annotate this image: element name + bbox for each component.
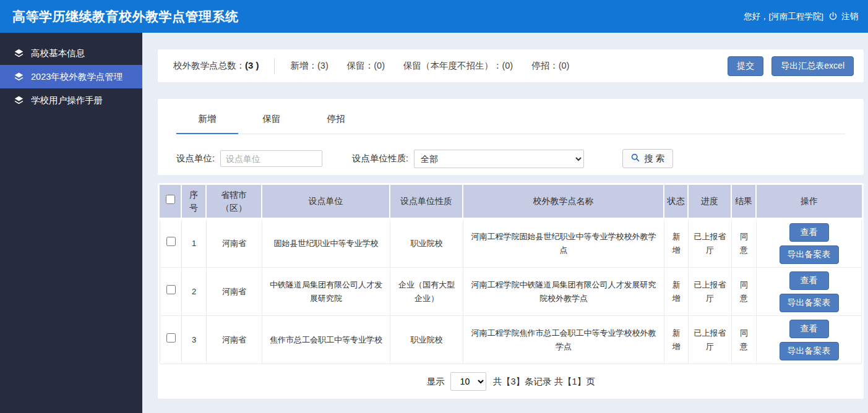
- header-index: 序 号: [182, 185, 207, 219]
- stat-retained: 保留：(0): [347, 60, 385, 72]
- stat-total-value: (3 ): [245, 60, 259, 70]
- cell-site-name: 河南工程学院焦作市总工会职工中等专业学校校外教学点: [463, 316, 664, 364]
- cell-result: 同意: [732, 268, 757, 316]
- header-result: 结果: [732, 185, 757, 219]
- header-nature: 设点单位性质: [390, 185, 463, 219]
- nature-select[interactable]: 全部: [414, 150, 584, 168]
- top-header: 高等学历继续教育校外教学点管理系统 您好，[河南工程学院] 注销: [0, 0, 868, 33]
- cell-progress: 已上报省厅: [689, 268, 732, 316]
- power-icon[interactable]: [828, 12, 838, 21]
- header-select-all: [160, 185, 182, 219]
- cell-nature: 企业（国有大型企业）: [390, 268, 463, 316]
- cell-progress: 已上报省厅: [689, 219, 732, 268]
- cell-checkbox: [160, 316, 182, 364]
- teaching-points-table: 序 号 省辖市 （区） 设点单位 设点单位性质 校外教学点名称 状态 进度 结果…: [160, 185, 862, 364]
- cell-city: 河南省: [207, 316, 262, 364]
- stat-retained-no-enrollment: 保留（本年度不招生）：(0): [403, 60, 513, 72]
- layers-icon: [14, 95, 24, 106]
- cell-status: 新增: [664, 219, 689, 268]
- cell-operation: 查看 导出备案表: [757, 219, 862, 268]
- cell-checkbox: [160, 219, 182, 268]
- submit-button[interactable]: 提交: [728, 56, 763, 76]
- pagination-summary: 共【3】条记录 共【1】页: [492, 376, 595, 388]
- header-status: 状态: [664, 185, 689, 219]
- export-summary-excel-button[interactable]: 导出汇总表excel: [771, 56, 854, 76]
- app-title: 高等学历继续教育校外教学点管理系统: [12, 8, 239, 25]
- nature-field-label: 设点单位性质:: [352, 153, 408, 164]
- cell-index: 1: [182, 219, 207, 268]
- sidebar-item-label: 2023年校外教学点管理: [31, 71, 122, 82]
- table-row: 3 河南省 焦作市总工会职工中等专业学校 职业院校 河南工程学院焦作市总工会职工…: [160, 316, 862, 364]
- cell-index: 3: [182, 316, 207, 364]
- cell-unit: 固始县世纪职业中等专业学校: [262, 219, 390, 268]
- cell-city: 河南省: [207, 219, 262, 268]
- export-record-button[interactable]: 导出备案表: [780, 342, 839, 360]
- cell-result: 同意: [732, 316, 757, 364]
- cell-checkbox: [160, 268, 182, 316]
- cell-result: 同意: [732, 219, 757, 268]
- cell-site-name: 河南工程学院中铁隧道局集团有限公司人才发展研究院校外教学点: [463, 268, 664, 316]
- table-row: 2 河南省 中铁隧道局集团有限公司人才发展研究院 企业（国有大型企业） 河南工程…: [160, 268, 862, 316]
- cell-nature: 职业院校: [390, 219, 463, 268]
- page-layout: 高校基本信息 2023年校外教学点管理 学校用户操作手册 校外教学点总数：(3 …: [0, 33, 868, 413]
- cell-status: 新增: [664, 268, 689, 316]
- unit-search-input[interactable]: [220, 150, 322, 167]
- header-city: 省辖市 （区）: [207, 185, 262, 219]
- sidebar-item-user-manual[interactable]: 学校用户操作手册: [0, 88, 142, 112]
- search-icon: [631, 153, 640, 164]
- search-button[interactable]: 搜 索: [622, 149, 673, 168]
- sidebar-item-school-info[interactable]: 高校基本信息: [0, 41, 142, 65]
- export-record-button[interactable]: 导出备案表: [780, 294, 839, 312]
- select-all-checkbox[interactable]: [166, 195, 175, 204]
- pagination-bar: 显示 10 共【3】条记录 共【1】页: [160, 364, 862, 399]
- table-row: 1 河南省 固始县世纪职业中等专业学校 职业院校 河南工程学院固始县世纪职业中等…: [160, 219, 862, 268]
- cell-status: 新增: [664, 316, 689, 364]
- stats-divider: [274, 58, 275, 74]
- view-button[interactable]: 查看: [789, 320, 829, 338]
- search-row: 设点单位: 设点单位性质: 全部 搜 索: [176, 149, 864, 168]
- stat-total: 校外教学点总数：(3 ): [173, 60, 259, 72]
- layers-icon: [14, 48, 24, 59]
- cell-index: 2: [182, 268, 207, 316]
- page-size-label: 显示: [426, 376, 444, 388]
- view-button[interactable]: 查看: [789, 223, 829, 242]
- sidebar-item-label: 学校用户操作手册: [31, 95, 103, 106]
- tab-stopped[interactable]: 停招: [305, 108, 367, 134]
- tab-new[interactable]: 新增: [176, 108, 238, 134]
- layers-icon: [14, 72, 24, 82]
- stat-stopped: 停招：(0): [531, 60, 569, 72]
- header-unit: 设点单位: [262, 185, 390, 219]
- sidebar-item-label: 高校基本信息: [31, 48, 85, 59]
- search-button-label: 搜 索: [644, 153, 664, 164]
- sidebar: 高校基本信息 2023年校外教学点管理 学校用户操作手册: [0, 33, 142, 413]
- stat-new: 新增：(3): [291, 60, 329, 72]
- view-button[interactable]: 查看: [789, 271, 829, 290]
- filter-panel: 新增 保留 停招 设点单位: 设点单位性质: 全部 搜 索: [158, 99, 864, 175]
- cell-progress: 已上报省厅: [689, 316, 732, 364]
- table-panel: 序 号 省辖市 （区） 设点单位 设点单位性质 校外教学点名称 状态 进度 结果…: [158, 183, 864, 399]
- sidebar-item-teaching-point-mgmt[interactable]: 2023年校外教学点管理: [0, 65, 142, 88]
- user-area: 您好，[河南工程学院] 注销: [744, 11, 858, 22]
- header-site-name: 校外教学点名称: [463, 185, 664, 219]
- cell-unit: 中铁隧道局集团有限公司人才发展研究院: [262, 268, 390, 316]
- row-checkbox[interactable]: [166, 237, 176, 246]
- row-checkbox[interactable]: [166, 333, 176, 343]
- header-progress: 进度: [689, 185, 732, 219]
- tab-retained[interactable]: 保留: [241, 108, 303, 134]
- cell-operation: 查看 导出备案表: [757, 268, 862, 316]
- header-operation: 操作: [757, 185, 862, 219]
- row-checkbox[interactable]: [166, 285, 176, 294]
- cell-site-name: 河南工程学院固始县世纪职业中等专业学校校外教学点: [463, 219, 664, 268]
- cell-unit: 焦作市总工会职工中等专业学校: [262, 316, 390, 364]
- page-size-select[interactable]: 10: [450, 372, 486, 391]
- cell-operation: 查看 导出备案表: [757, 316, 862, 364]
- table-header-row: 序 号 省辖市 （区） 设点单位 设点单位性质 校外教学点名称 状态 进度 结果…: [160, 185, 862, 219]
- cell-nature: 职业院校: [390, 316, 463, 364]
- cell-city: 河南省: [207, 268, 262, 316]
- logout-link[interactable]: 注销: [841, 11, 858, 22]
- stats-bar: 校外教学点总数：(3 ) 新增：(3) 保留：(0) 保留（本年度不招生）：(0…: [158, 49, 864, 82]
- tab-bar: 新增 保留 停招: [176, 108, 845, 134]
- export-record-button[interactable]: 导出备案表: [780, 245, 839, 264]
- main-content: 校外教学点总数：(3 ) 新增：(3) 保留：(0) 保留（本年度不招生）：(0…: [142, 33, 868, 413]
- unit-field-label: 设点单位:: [176, 153, 215, 164]
